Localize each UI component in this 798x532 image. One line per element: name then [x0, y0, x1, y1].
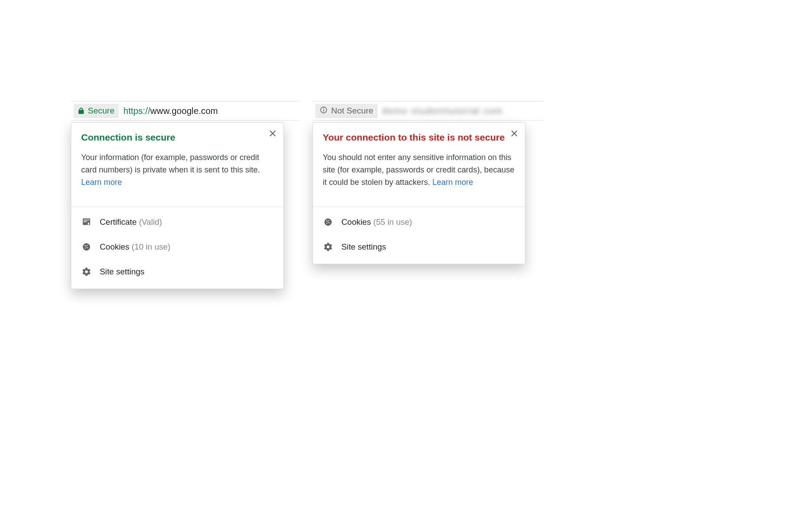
close-button[interactable] — [266, 127, 279, 140]
address-bar-right: Not Secure demo studenttutorial com — [313, 101, 543, 121]
learn-more-link[interactable]: Learn more — [81, 178, 122, 187]
cookies-row[interactable]: Cookies (55 in use) — [313, 210, 525, 235]
security-chip-not-secure[interactable]: Not Secure — [315, 104, 378, 118]
svg-point-13 — [329, 222, 330, 223]
close-icon — [511, 130, 518, 137]
popover-body: You should not enter any sensitive infor… — [323, 152, 515, 189]
security-chip-label: Secure — [88, 106, 114, 116]
certificate-row[interactable]: Certificate (Valid) — [71, 210, 283, 235]
svg-point-15 — [328, 222, 329, 223]
site-settings-label: Site settings — [100, 267, 145, 277]
site-info-popover-secure: Connection is secure Your information (f… — [71, 122, 284, 289]
popover-body-text: Your information (for example, passwords… — [81, 153, 260, 174]
svg-point-4 — [87, 247, 88, 248]
url-display[interactable]: https://www.google.com — [123, 106, 218, 116]
svg-point-11 — [326, 220, 328, 222]
svg-point-14 — [326, 223, 327, 223]
svg-point-3 — [87, 245, 88, 246]
site-settings-label: Site settings — [341, 242, 386, 252]
info-icon — [320, 106, 328, 116]
site-settings-row[interactable]: Site settings — [71, 259, 283, 284]
url-scheme: https:// — [123, 106, 150, 116]
certificate-icon — [81, 217, 92, 227]
learn-more-link[interactable]: Learn more — [432, 178, 473, 187]
popover-body-text: You should not enter any sensitive infor… — [323, 153, 514, 187]
cookies-detail: (10 in use) — [132, 242, 170, 251]
gear-icon — [81, 266, 92, 277]
gear-icon — [323, 242, 333, 252]
cookies-detail: (55 in use) — [373, 217, 412, 227]
url-display-blurred[interactable]: demo studenttutorial com — [382, 106, 503, 116]
svg-point-6 — [86, 246, 87, 247]
svg-point-2 — [85, 245, 86, 246]
close-icon — [269, 130, 276, 137]
security-chip-label: Not Secure — [331, 106, 373, 116]
lock-icon — [78, 107, 84, 114]
close-button[interactable] — [508, 127, 520, 140]
popover-title: Your connection to this site is not secu… — [323, 132, 515, 144]
cookie-icon — [81, 242, 92, 252]
svg-point-5 — [85, 247, 86, 248]
popover-body: Your information (for example, passwords… — [81, 152, 274, 189]
security-chip-secure[interactable]: Secure — [74, 104, 119, 118]
certificate-detail: (Valid) — [139, 217, 162, 227]
cookie-icon — [323, 217, 333, 227]
address-bar-left: Secure https://www.google.com — [71, 101, 299, 121]
cookies-label: Cookies (10 in use) — [100, 242, 170, 252]
cookies-label: Cookies (55 in use) — [341, 217, 412, 227]
svg-point-0 — [88, 222, 90, 224]
site-settings-row[interactable]: Site settings — [313, 235, 525, 259]
site-info-popover-not-secure: Your connection to this site is not secu… — [313, 122, 525, 264]
svg-point-9 — [323, 108, 324, 109]
cookies-row[interactable]: Cookies (10 in use) — [71, 235, 283, 259]
popover-title: Connection is secure — [81, 132, 274, 144]
svg-point-12 — [329, 220, 329, 221]
url-host: www.google.com — [150, 106, 218, 116]
certificate-label: Certificate (Valid) — [100, 217, 162, 227]
